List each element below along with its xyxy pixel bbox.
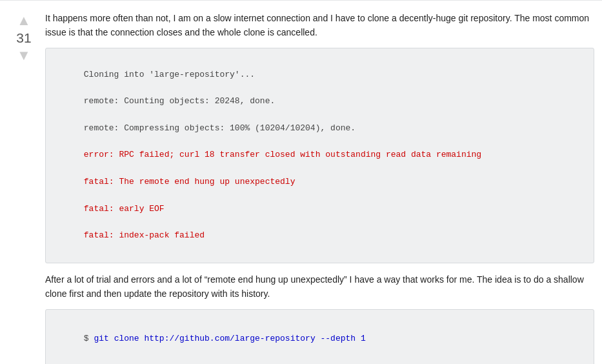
upvote-button[interactable]	[17, 14, 31, 28]
downvote-button[interactable]	[17, 48, 31, 63]
vote-count: 31	[16, 30, 31, 46]
answer-body: It happens more often than not, I am on …	[40, 11, 594, 364]
code-block-commands: $ git clone http://github.com/large-repo…	[45, 309, 594, 364]
vote-column: 31	[8, 11, 40, 364]
answer-paragraph-2: After a lot of trial and errors and a lo…	[45, 272, 594, 301]
code-block-error: Cloning into 'large-repository'... remot…	[45, 48, 594, 263]
answer-paragraph-1: It happens more often than not, I am on …	[45, 11, 594, 40]
answer-block: 31 It happens more often than not, I am …	[0, 1, 602, 364]
